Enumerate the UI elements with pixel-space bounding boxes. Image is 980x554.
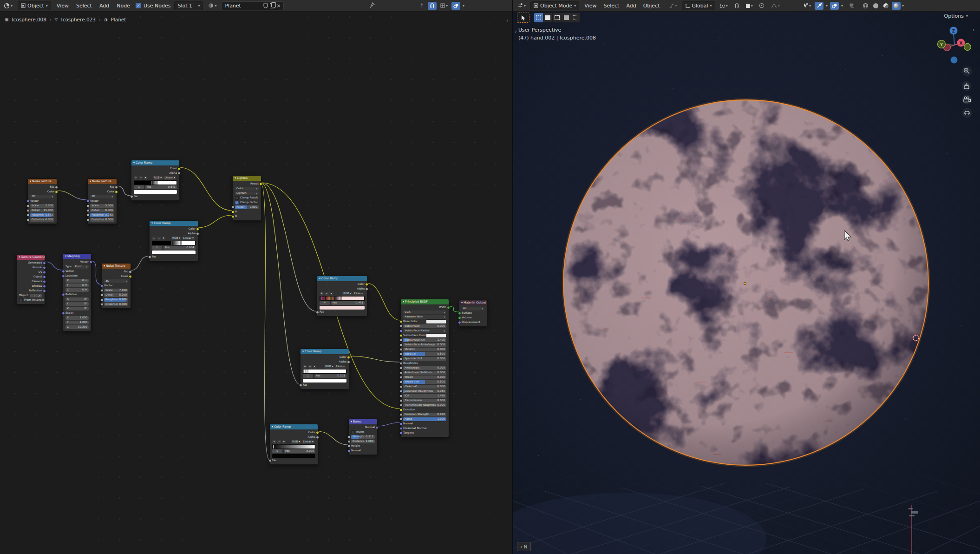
- node-row-field[interactable]: Z0°: [63, 306, 91, 311]
- node-color-ramp-5[interactable]: ▾ Color RampColorAlpha+−▾RGB ▾Linear ▾0P…: [269, 424, 318, 465]
- node-noise-texture-1[interactable]: ▾ Noise TextureFacColor3D▾VectorScale2.5…: [27, 178, 57, 224]
- node-lighten[interactable]: ▾ LightenResultColor▾Lighten▾Clamp Resul…: [232, 175, 261, 221]
- node-row-sect[interactable]: Location:: [63, 274, 91, 278]
- node-row-color[interactable]: [131, 190, 179, 194]
- gizmo-axis-neg-z[interactable]: [951, 57, 958, 64]
- node-row-in[interactable]: Fac: [150, 255, 198, 259]
- node-color-ramp-3[interactable]: ▾ Color RampColorAlpha+−▾RGB ▾Ease ▾4Pos…: [317, 276, 367, 317]
- node-row-slider[interactable]: Roughness0.900: [102, 297, 131, 302]
- node-title[interactable]: ▾ Mapping: [63, 254, 91, 259]
- select-mode-subtract[interactable]: [553, 13, 562, 22]
- node-title[interactable]: ▾ Noise Texture: [88, 179, 117, 184]
- node-row-field[interactable]: Y0 m: [63, 283, 91, 288]
- node-socket[interactable]: [399, 325, 403, 328]
- node-row-out[interactable]: Alpha: [301, 360, 349, 364]
- node-row-dd[interactable]: Color▾: [233, 186, 261, 191]
- node-socket[interactable]: [316, 436, 319, 439]
- node-socket[interactable]: [316, 311, 319, 314]
- node-row-field[interactable]: Y0°: [63, 302, 91, 306]
- node-socket[interactable]: [43, 271, 46, 274]
- shading-wireframe-button[interactable]: [861, 2, 870, 10]
- node-socket[interactable]: [399, 404, 403, 407]
- node-row-out[interactable]: Fac: [28, 185, 57, 190]
- node-row-in[interactable]: Height: [349, 444, 377, 448]
- node-row-check[interactable]: From Instancer: [17, 298, 45, 303]
- pin-icon[interactable]: [369, 2, 375, 9]
- node-socket[interactable]: [43, 266, 46, 270]
- editor-type-dropdown[interactable]: ▾: [2, 2, 14, 10]
- node-row-out[interactable]: Camera: [17, 279, 45, 284]
- node-row-out[interactable]: Color: [301, 355, 349, 360]
- node-socket[interactable]: [447, 306, 450, 310]
- node-row-idxpos[interactable]: 4Pos0.473: [317, 301, 367, 305]
- node-socket[interactable]: [43, 290, 46, 293]
- node-socket[interactable]: [26, 214, 30, 217]
- node-title[interactable]: ▾ Lighten: [233, 176, 261, 181]
- node-socket[interactable]: [130, 195, 133, 198]
- node-color-ramp-4[interactable]: ▾ Color RampColorAlpha+−▾RGB ▾Ease ▾1Pos…: [300, 349, 349, 389]
- node-row-ramp[interactable]: [131, 180, 179, 185]
- node-socket[interactable]: [347, 445, 351, 448]
- node-socket[interactable]: [43, 262, 46, 265]
- node-socket[interactable]: [129, 275, 132, 278]
- overlays-toggle-button[interactable]: [451, 2, 460, 10]
- node-row-ramp[interactable]: [301, 369, 349, 374]
- node-row-dd[interactable]: 3D▾: [28, 194, 57, 199]
- menu-view[interactable]: View: [582, 3, 598, 9]
- node-row-field[interactable]: Distortion0.000: [28, 218, 57, 222]
- node-row-in[interactable]: Displacement: [459, 320, 487, 325]
- node-row-field[interactable]: Scale2.500: [28, 204, 57, 208]
- node-socket[interactable]: [399, 399, 403, 402]
- node-socket[interactable]: [177, 172, 181, 175]
- node-row-dd[interactable]: GGX▾: [401, 310, 449, 315]
- node-row-field[interactable]: Scale7.100: [102, 288, 131, 293]
- breadcrumb-material[interactable]: Planet: [111, 17, 126, 22]
- node-socket[interactable]: [399, 409, 403, 412]
- pivot-point-dropdown[interactable]: ▾: [719, 2, 729, 10]
- node-socket[interactable]: [399, 427, 403, 430]
- node-socket[interactable]: [347, 440, 351, 443]
- node-title[interactable]: ▾ Material Output: [459, 300, 487, 305]
- node-socket[interactable]: [43, 280, 46, 284]
- node-row-out[interactable]: Generated: [17, 261, 45, 265]
- node-row-field[interactable]: Z0 m: [63, 288, 91, 292]
- snap-with-dropdown[interactable]: ▾: [745, 2, 754, 10]
- node-row-in[interactable]: Roughness: [401, 361, 449, 366]
- node-socket[interactable]: [399, 381, 403, 384]
- node-row-field[interactable]: Scale5.000: [88, 204, 117, 208]
- node-row-in[interactable]: B: [233, 214, 261, 219]
- node-row-slider[interactable]: Subsurface IOR1.400: [401, 338, 449, 343]
- node-title[interactable]: ▾ Principled BSDF: [401, 299, 449, 304]
- node-row-field[interactable]: Clearcoat0.000: [401, 384, 449, 389]
- material-browse-dropdown[interactable]: ▾: [207, 2, 218, 10]
- node-row-out[interactable]: Normal: [17, 265, 45, 270]
- node-socket[interactable]: [365, 283, 368, 286]
- node-socket[interactable]: [26, 209, 30, 212]
- node-row-field[interactable]: X0 m: [63, 278, 91, 283]
- node-row-out[interactable]: Fac: [102, 270, 131, 274]
- node-socket[interactable]: [231, 211, 235, 214]
- node-row-slider[interactable]: Roughness0.783: [88, 213, 117, 218]
- node-socket[interactable]: [100, 289, 104, 292]
- node-socket[interactable]: [399, 418, 403, 421]
- node-socket[interactable]: [129, 270, 132, 274]
- node-row-dd[interactable]: Random Walk▾: [401, 315, 449, 319]
- node-mapping[interactable]: ▾ MappingVectorType:Point▾VectorLocation…: [63, 253, 91, 331]
- node-row-color[interactable]: [301, 378, 349, 383]
- node-row-idxpos[interactable]: 1Pos0.664: [150, 245, 198, 250]
- node-socket[interactable]: [458, 312, 461, 315]
- node-row-color[interactable]: [270, 454, 318, 458]
- fake-user-shield-icon[interactable]: [263, 3, 268, 8]
- node-socket[interactable]: [148, 256, 151, 259]
- node-socket[interactable]: [26, 200, 30, 203]
- node-row-field[interactable]: Z20.200: [63, 325, 91, 330]
- node-socket[interactable]: [365, 288, 368, 291]
- node-socket[interactable]: [399, 376, 403, 379]
- menu-select[interactable]: Select: [601, 3, 621, 9]
- node-socket[interactable]: [347, 435, 351, 439]
- menu-view[interactable]: View: [55, 3, 71, 9]
- node-row-rampctl[interactable]: +−▾RGB ▾Linear ▾: [270, 440, 318, 444]
- options-dropdown[interactable]: Options ▾: [944, 13, 968, 19]
- node-title[interactable]: ▾ Color Ramp: [131, 160, 179, 165]
- node-socket[interactable]: [399, 371, 403, 375]
